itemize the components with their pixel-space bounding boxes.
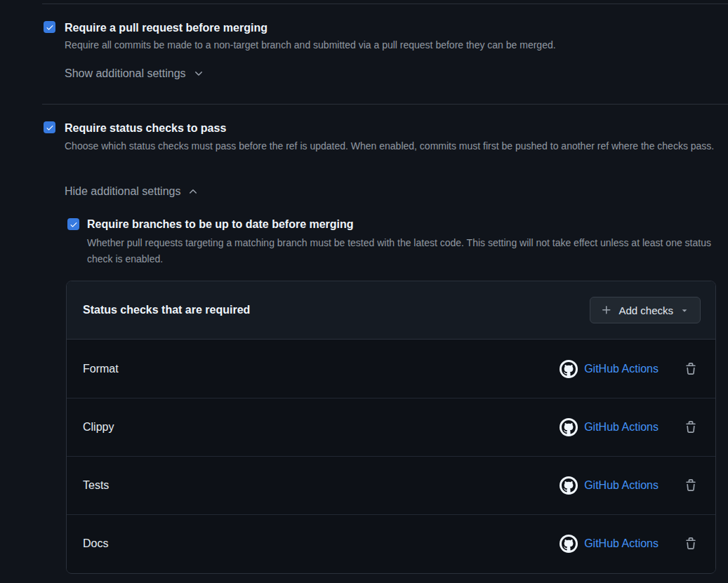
github-mark-icon bbox=[560, 418, 578, 436]
github-mark-icon bbox=[560, 360, 578, 378]
github-mark-icon bbox=[560, 476, 578, 495]
rule-title-status-checks: Require status checks to pass bbox=[65, 121, 226, 135]
status-check-list: Format GitHub Actions Clippy bbox=[67, 340, 715, 572]
hide-additional-settings-toggle[interactable]: Hide additional settings bbox=[65, 185, 199, 198]
rule-description-pull-request: Require all commits be made to a non-tar… bbox=[65, 37, 724, 53]
status-check-name: Format bbox=[83, 363, 119, 375]
chevron-down-icon bbox=[193, 68, 204, 79]
status-check-meta: GitHub Actions bbox=[560, 476, 697, 495]
status-check-name: Clippy bbox=[83, 421, 114, 434]
require-pull-request-checkbox[interactable] bbox=[44, 21, 55, 33]
check-icon bbox=[46, 123, 54, 132]
toggle-label: Show additional settings bbox=[65, 67, 186, 80]
status-check-meta: GitHub Actions bbox=[560, 535, 697, 553]
rule-description-status-checks: Choose which status checks must pass bef… bbox=[65, 138, 723, 154]
panel-title: Status checks that are required bbox=[83, 304, 250, 316]
status-check-name: Docs bbox=[83, 537, 108, 550]
chevron-up-icon bbox=[187, 186, 199, 197]
status-check-name: Tests bbox=[83, 479, 109, 492]
status-checks-panel: Status checks that are required Add chec… bbox=[66, 281, 716, 574]
github-actions-link[interactable]: GitHub Actions bbox=[584, 421, 658, 434]
status-check-row: Clippy GitHub Actions bbox=[67, 398, 715, 456]
rule-description-up-to-date: Whether pull requests targeting a matchi… bbox=[87, 235, 713, 267]
trash-icon[interactable] bbox=[684, 479, 697, 492]
github-actions-link[interactable]: GitHub Actions bbox=[584, 479, 658, 492]
show-additional-settings-toggle[interactable]: Show additional settings bbox=[65, 67, 204, 80]
trash-icon[interactable] bbox=[684, 421, 697, 434]
github-mark-icon bbox=[560, 535, 578, 553]
status-checks-panel-header: Status checks that are required Add chec… bbox=[67, 281, 715, 340]
section-divider bbox=[42, 4, 728, 4]
section-divider bbox=[42, 104, 728, 105]
toggle-label: Hide additional settings bbox=[65, 185, 180, 198]
status-check-row: Docs GitHub Actions bbox=[67, 514, 715, 572]
require-up-to-date-checkbox[interactable] bbox=[67, 218, 79, 230]
rule-title-pull-request: Require a pull request before merging bbox=[65, 20, 267, 35]
status-check-meta: GitHub Actions bbox=[560, 360, 697, 378]
check-icon bbox=[46, 23, 54, 32]
plus-icon bbox=[601, 304, 612, 316]
trash-icon[interactable] bbox=[684, 363, 697, 375]
status-check-row: Tests GitHub Actions bbox=[67, 456, 715, 514]
trash-icon[interactable] bbox=[684, 537, 697, 550]
rule-title-up-to-date: Require branches to be up to date before… bbox=[87, 217, 354, 232]
add-checks-label: Add checks bbox=[618, 304, 673, 316]
branch-protection-settings-page: Require a pull request before merging Re… bbox=[0, 0, 728, 583]
status-check-row: Format GitHub Actions bbox=[67, 340, 715, 398]
check-icon bbox=[70, 220, 78, 229]
github-actions-link[interactable]: GitHub Actions bbox=[584, 363, 658, 375]
add-checks-button[interactable]: Add checks bbox=[590, 297, 701, 323]
github-actions-link[interactable]: GitHub Actions bbox=[584, 537, 658, 550]
status-check-meta: GitHub Actions bbox=[560, 418, 697, 436]
triangle-down-icon bbox=[680, 305, 689, 315]
require-status-checks-checkbox[interactable] bbox=[44, 121, 55, 133]
